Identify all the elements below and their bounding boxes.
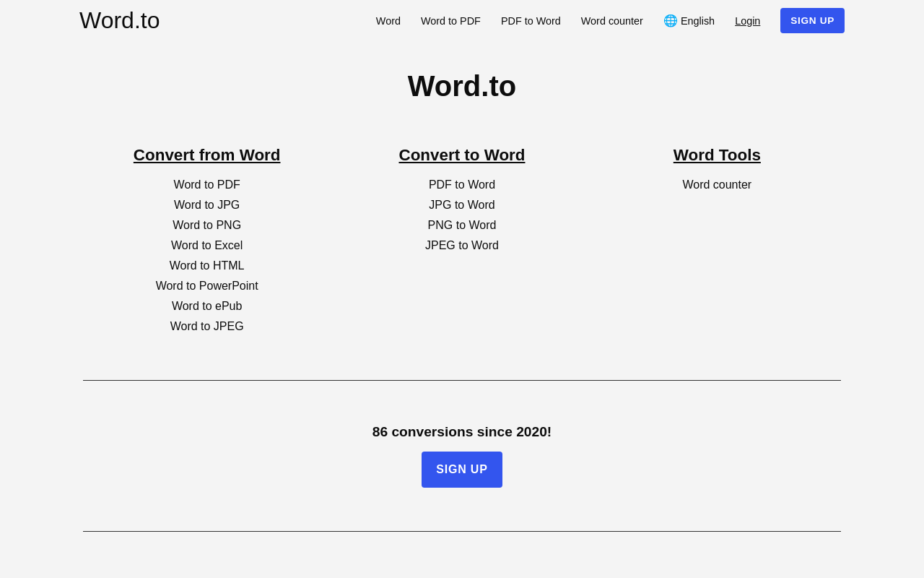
nav-item-word-to-pdf[interactable]: Word to PDF xyxy=(421,15,481,27)
convert-to-word-list: PDF to Word JPG to Word PNG to Word JPEG… xyxy=(368,175,556,256)
list-item[interactable]: PDF to Word xyxy=(368,175,556,195)
list-item[interactable]: Word to JPG xyxy=(113,195,301,215)
language-label: English xyxy=(681,15,715,27)
convert-from-word-list: Word to PDF Word to JPG Word to PNG Word… xyxy=(113,175,301,337)
columns-section: Convert from Word Word to PDF Word to JP… xyxy=(65,131,859,380)
language-selector[interactable]: 🌐 English xyxy=(663,14,715,27)
list-item[interactable]: Word to PNG xyxy=(113,215,301,236)
stats-text: 86 conversions since 2020! xyxy=(14,424,910,440)
column-title-convert-to-word: Convert to Word xyxy=(368,146,556,165)
navbar: Word.to Word Word to PDF PDF to Word Wor… xyxy=(65,0,859,41)
footer-cta-section: 86 conversions since 2020! SIGN UP xyxy=(0,381,924,531)
signup-button[interactable]: SIGN UP xyxy=(780,8,845,33)
column-title-convert-from-word: Convert from Word xyxy=(113,146,301,165)
list-item[interactable]: Word to HTML xyxy=(113,256,301,276)
list-item[interactable]: Word to PowerPoint xyxy=(113,276,301,296)
hero-section: Word.to xyxy=(0,41,924,117)
nav-item-pdf-to-word[interactable]: PDF to Word xyxy=(501,15,561,27)
column-convert-to-word: Convert to Word PDF to Word JPG to Word … xyxy=(368,146,556,337)
nav-item-word[interactable]: Word xyxy=(376,15,401,27)
nav-login[interactable]: Login xyxy=(735,15,760,27)
list-item[interactable]: Word to JPEG xyxy=(113,316,301,337)
word-tools-list: Word counter xyxy=(623,175,811,195)
column-word-tools: Word Tools Word counter xyxy=(623,146,811,337)
page-title: Word.to xyxy=(14,70,910,103)
footer-signup-button[interactable]: SIGN UP xyxy=(422,452,502,488)
logo-suffix: .to xyxy=(134,7,160,33)
list-item[interactable]: Word to ePub xyxy=(113,296,301,316)
nav-item-word-counter[interactable]: Word counter xyxy=(581,15,643,27)
list-item[interactable]: Word counter xyxy=(623,175,811,195)
logo[interactable]: Word.to xyxy=(79,7,160,34)
list-item[interactable]: JPG to Word xyxy=(368,195,556,215)
logo-word: Word xyxy=(79,7,134,33)
list-item[interactable]: Word to PDF xyxy=(113,175,301,195)
divider-bottom xyxy=(83,531,841,532)
nav-links: Word Word to PDF PDF to Word Word counte… xyxy=(376,8,845,33)
list-item[interactable]: Word to Excel xyxy=(113,236,301,256)
column-convert-from-word: Convert from Word Word to PDF Word to JP… xyxy=(113,146,301,337)
column-title-word-tools: Word Tools xyxy=(623,146,811,165)
list-item[interactable]: PNG to Word xyxy=(368,215,556,236)
list-item[interactable]: JPEG to Word xyxy=(368,236,556,256)
globe-icon: 🌐 xyxy=(663,14,678,27)
nav-signup[interactable]: SIGN UP xyxy=(780,8,845,33)
